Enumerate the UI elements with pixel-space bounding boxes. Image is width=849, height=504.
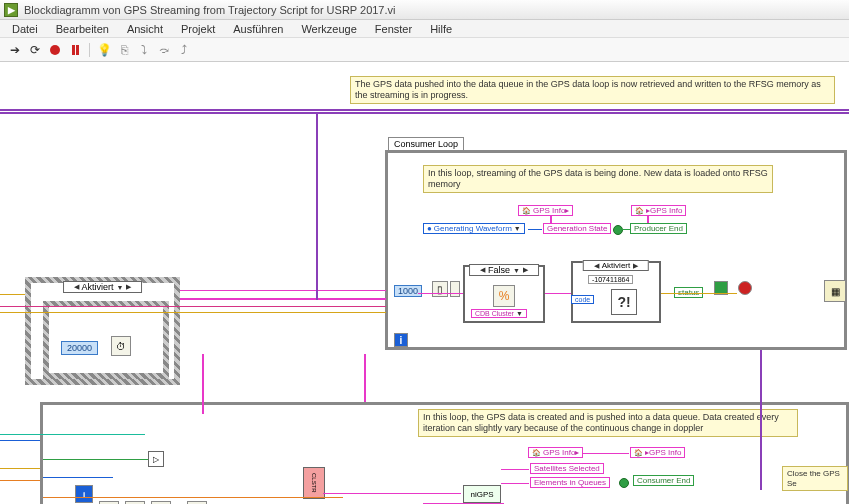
comment-top: The GPS data pushed into the data queue …	[350, 76, 835, 104]
wire-magenta	[418, 293, 463, 294]
indicator-elements-in-queues[interactable]: Elements in Queues	[530, 477, 610, 488]
abort-button[interactable]	[46, 41, 64, 59]
chevron-left-icon: ◀	[74, 283, 79, 291]
iteration-terminal-prod[interactable]: i	[75, 485, 93, 503]
wire-purple	[760, 350, 762, 490]
step-out-button[interactable]: ⤴	[175, 41, 193, 59]
wire-yellow	[0, 294, 25, 295]
unbundle-code[interactable]: code	[571, 295, 594, 304]
highlight-button[interactable]: 💡	[95, 41, 113, 59]
wire-magenta	[501, 483, 529, 484]
chevron-right-icon: ▶	[633, 262, 638, 270]
case-label: Aktiviert	[82, 282, 114, 292]
wire-cyan	[0, 434, 145, 435]
tunnel-node[interactable]	[450, 281, 460, 297]
wire-green	[622, 229, 630, 230]
consumer-loop[interactable]: Consumer Loop In this loop, streaming of…	[385, 150, 847, 350]
house-icon: 🏠	[532, 449, 541, 457]
comment-consumer: In this loop, streaming of the GPS data …	[423, 165, 773, 193]
menu-datei[interactable]: Datei	[4, 22, 46, 36]
wire-purple	[0, 109, 849, 111]
wire-magenta	[545, 293, 571, 294]
window-titlebar: ▶ Blockdiagramm von GPS Streaming from T…	[0, 0, 849, 20]
chevron-down-icon: ▼	[117, 284, 124, 291]
window-title: Blockdiagramm von GPS Streaming from Tra…	[24, 4, 396, 16]
subvi-node[interactable]: ▯	[432, 281, 448, 297]
compare-node[interactable]: ▷	[148, 451, 164, 467]
wire-pink	[0, 306, 386, 307]
local-variable-gps-info-prod[interactable]: 🏠GPS Info▸	[528, 447, 583, 458]
local-variable-gps-info[interactable]: 🏠GPS Info▸	[518, 205, 573, 216]
wire-magenta	[202, 354, 204, 414]
producer-loop[interactable]: In this loop, the GPS data is created an…	[40, 402, 849, 504]
loop-stop-terminal[interactable]	[738, 281, 752, 295]
wire-yellow	[0, 468, 40, 469]
sequence-structure-left[interactable]: ◀ Aktiviert ▼ ▶ 20000 ⏱	[25, 277, 180, 385]
cluster-node[interactable]: CLSTR	[303, 467, 325, 499]
enum-generating-waveform[interactable]: ● Generating Waveform ▼	[423, 223, 525, 234]
menu-fenster[interactable]: Fenster	[367, 22, 420, 36]
indicator-satellites-selected[interactable]: Satellites Selected	[530, 463, 604, 474]
chevron-left-icon: ◀	[480, 266, 485, 274]
case-selector-left[interactable]: ◀ Aktiviert ▼ ▶	[63, 281, 143, 293]
wire-magenta	[364, 354, 366, 402]
run-button[interactable]: ➔	[6, 41, 24, 59]
numeric-constant-20000[interactable]: 20000	[61, 341, 98, 355]
rfsg-node[interactable]: ▦	[824, 280, 846, 302]
comment-producer: In this loop, the GPS data is created an…	[418, 409, 798, 437]
case-structure-false[interactable]: ◀ False ▼ ▶ % CDB Cluster ▼	[463, 265, 545, 323]
wire-magenta	[647, 215, 649, 223]
wire-magenta	[180, 298, 386, 300]
chevron-right-icon: ▶	[126, 283, 131, 291]
wait-ms-icon[interactable]: ⏱	[111, 336, 131, 356]
iteration-terminal[interactable]: i	[394, 333, 408, 347]
menu-projekt[interactable]: Projekt	[173, 22, 223, 36]
case-structure-error[interactable]: ◀ Aktiviert ▶ -107411864 code ?!	[571, 261, 661, 323]
menu-bearbeiten[interactable]: Bearbeiten	[48, 22, 117, 36]
wire-orange	[0, 480, 40, 481]
local-variable-consumer-end[interactable]: Consumer End	[633, 475, 694, 486]
boolean-led-prod[interactable]	[619, 478, 629, 488]
block-diagram-canvas[interactable]: The GPS data pushed into the data queue …	[0, 62, 849, 504]
case-selector-false[interactable]: ◀ False ▼ ▶	[469, 264, 539, 276]
wire-green	[43, 459, 148, 460]
wire-purple	[0, 112, 849, 114]
local-variable-producer-end[interactable]: Producer End	[630, 223, 687, 234]
toolbar-separator	[89, 43, 90, 57]
retain-button[interactable]: ⎘	[115, 41, 133, 59]
wire-magenta	[323, 493, 461, 494]
comment-close: Close the GPS Se	[782, 466, 848, 491]
cluster-cdb[interactable]: CDB Cluster ▼	[471, 309, 527, 318]
error-query-node[interactable]: ?!	[611, 289, 637, 315]
house-icon: 🏠	[634, 449, 643, 457]
run-continuous-button[interactable]: ⟳	[26, 41, 44, 59]
wire-blue	[0, 440, 40, 441]
numeric-constant-1000[interactable]: 1000	[394, 285, 422, 297]
local-variable-gps-info-read[interactable]: 🏠▸GPS Info	[631, 205, 686, 216]
pause-button[interactable]	[66, 41, 84, 59]
house-icon: 🏠	[522, 207, 531, 215]
case-selector-aktiviert[interactable]: ◀ Aktiviert ▶	[583, 260, 649, 271]
numeric-display: -107411864	[588, 275, 633, 284]
menu-ausfuehren[interactable]: Ausführen	[225, 22, 291, 36]
menu-ansicht[interactable]: Ansicht	[119, 22, 171, 36]
wire-blue	[528, 229, 542, 230]
dequeue-icon[interactable]: %	[493, 285, 515, 307]
local-variable-gps-info-prod-read[interactable]: 🏠▸GPS Info	[630, 447, 685, 458]
step-over-button[interactable]: ⤼	[155, 41, 173, 59]
indicator-generation-state[interactable]: Generation State	[543, 223, 611, 234]
wire-magenta	[501, 469, 529, 470]
chevron-right-icon: ▶	[523, 266, 528, 274]
wire-purple	[316, 112, 318, 300]
wire-blue	[43, 477, 113, 478]
wire-magenta	[583, 453, 629, 454]
menu-werkzeuge[interactable]: Werkzeuge	[293, 22, 364, 36]
pause-icon	[72, 45, 79, 55]
step-into-button[interactable]: ⤵	[135, 41, 153, 59]
boolean-led[interactable]	[613, 225, 623, 235]
toolbar: ➔ ⟳ 💡 ⎘ ⤵ ⤼ ⤴	[0, 38, 849, 62]
wire-orange	[43, 497, 343, 498]
wire-yellow	[661, 293, 737, 294]
menu-hilfe[interactable]: Hilfe	[422, 22, 460, 36]
nigps-subvi[interactable]: niGPS	[463, 485, 501, 503]
